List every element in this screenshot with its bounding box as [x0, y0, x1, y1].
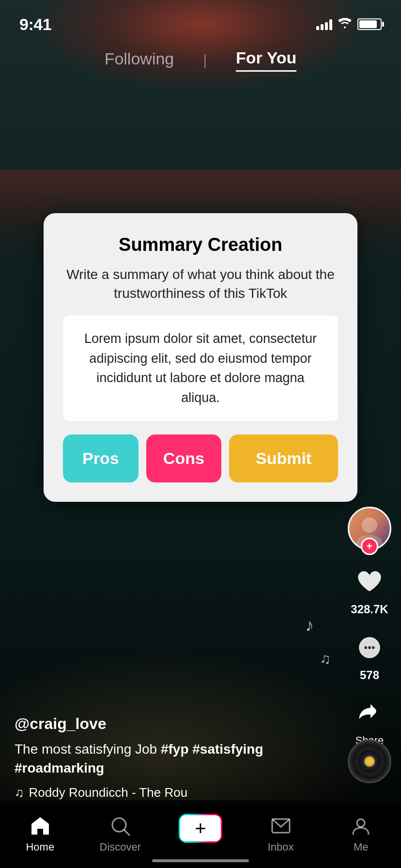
svg-line-7 [124, 830, 130, 836]
profile-icon [349, 814, 373, 838]
home-label: Home [26, 841, 54, 853]
svg-point-6 [112, 818, 126, 832]
summary-creation-modal: Summary Creation Write a summary of what… [44, 213, 357, 502]
bottom-navigation: Home Discover + Inbox [0, 805, 401, 868]
discover-label: Discover [100, 841, 141, 853]
nav-me[interactable]: Me [332, 814, 390, 853]
placeholder-text: Lorem ipsum dolor sit amet, consectetur … [77, 329, 324, 407]
svg-point-9 [357, 819, 365, 827]
modal-title: Summary Creation [63, 234, 338, 255]
summary-text-area[interactable]: Lorem ipsum dolor sit amet, consectetur … [63, 315, 338, 421]
modal-action-buttons: Pros Cons Submit [63, 434, 338, 482]
modal-subtitle: Write a summary of what you think about … [63, 265, 338, 303]
nav-create[interactable]: + [171, 814, 230, 843]
inbox-label: Inbox [268, 841, 294, 853]
create-button[interactable]: + [179, 814, 222, 843]
inbox-icon [269, 814, 293, 838]
home-indicator [152, 859, 249, 862]
modal-overlay: Summary Creation Write a summary of what… [0, 0, 401, 868]
discover-icon [108, 814, 132, 838]
me-label: Me [354, 841, 369, 853]
pros-button[interactable]: Pros [63, 434, 139, 482]
nav-home[interactable]: Home [11, 814, 69, 853]
home-icon [28, 814, 52, 838]
nav-inbox[interactable]: Inbox [252, 814, 310, 853]
plus-icon: + [195, 819, 206, 838]
nav-discover[interactable]: Discover [91, 814, 149, 853]
cons-button[interactable]: Cons [146, 434, 222, 482]
submit-button[interactable]: Submit [229, 434, 338, 482]
